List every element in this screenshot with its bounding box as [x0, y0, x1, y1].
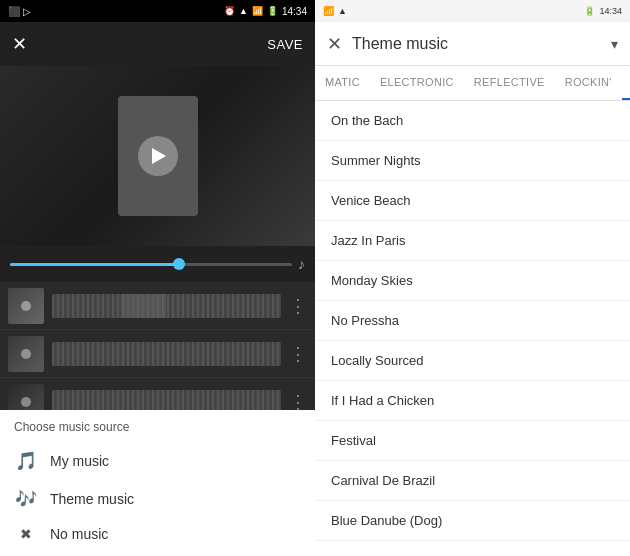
save-button[interactable]: SAVE — [267, 37, 303, 52]
waveform-highlight — [121, 294, 167, 318]
music-list-item-blue-danube-dog[interactable]: Blue Danube (Dog) — [315, 501, 630, 541]
music-list-item-if-i-had-a-chicken[interactable]: If I Had a Chicken — [315, 381, 630, 421]
dropdown-arrow-icon[interactable]: ▾ — [611, 36, 618, 52]
music-list-item-venice-beach[interactable]: Venice Beach — [315, 181, 630, 221]
cast-icon: ▷ — [23, 6, 31, 17]
waveform-bars — [52, 342, 281, 366]
play-button[interactable] — [138, 136, 178, 176]
right-status-left: 📶 ▲ — [323, 6, 347, 16]
track-thumbnail — [8, 288, 44, 324]
wifi-icon: ▲ — [239, 6, 248, 16]
theme-music-item[interactable]: 🎶 Theme music — [14, 480, 301, 518]
music-list-item-carnival-de-brazil[interactable]: Carnival De Brazil — [315, 461, 630, 501]
play-icon — [152, 148, 166, 164]
track-row: ⋮ — [0, 378, 315, 410]
right-panel: 📶 ▲ 🔋 14:34 ✕ Theme music ▾ MATIC ELECTR… — [315, 0, 630, 556]
alarm-icon: ⏰ — [224, 6, 235, 16]
no-music-label: No music — [50, 526, 108, 542]
track-more-button[interactable]: ⋮ — [289, 295, 307, 317]
signal-bars-icon: 📶 — [323, 6, 334, 16]
track-thumb-dot — [21, 301, 31, 311]
left-time: 14:34 — [282, 6, 307, 17]
music-list-item-on-the-bach[interactable]: On the Bach — [315, 101, 630, 141]
music-source-section: Choose music source 🎵 My music 🎶 Theme m… — [0, 410, 315, 556]
signal-icon: 📶 — [252, 6, 263, 16]
battery-status-icon: 🔋 — [584, 6, 595, 16]
progress-thumb — [173, 258, 185, 270]
tab-reflective[interactable]: REFLECTIVE — [464, 66, 555, 100]
right-toolbar: ✕ Theme music ▾ — [315, 22, 630, 66]
music-list-item-blue-danube-cat[interactable]: Blue Danube (Cat) — [315, 541, 630, 556]
battery-icon: 🔋 — [267, 6, 278, 16]
right-status-right: 🔋 14:34 — [584, 6, 622, 16]
right-status-bar: 📶 ▲ 🔋 14:34 — [315, 0, 630, 22]
choose-music-label: Choose music source — [14, 420, 301, 434]
track-row: ⋮ — [0, 282, 315, 330]
theme-music-label: Theme music — [50, 491, 134, 507]
right-close-button[interactable]: ✕ — [327, 33, 342, 55]
my-music-icon: 🎵 — [14, 450, 38, 472]
left-panel: ⬛ ▷ ⏰ ▲ 📶 🔋 14:34 ✕ SAVE ♪ — [0, 0, 315, 556]
tabs-bar: MATIC ELECTRONIC REFLECTIVE ROCKIN' UPBE… — [315, 66, 630, 101]
waveform-bars — [52, 294, 281, 318]
track-thumb-dot — [21, 397, 31, 407]
track-waveform — [52, 390, 281, 411]
left-status-icons: ⬛ ▷ — [8, 6, 31, 17]
no-music-item[interactable]: ✖ No music — [14, 518, 301, 550]
tab-upbeat[interactable]: UPBEAT — [622, 66, 630, 100]
left-status-right: ⏰ ▲ 📶 🔋 14:34 — [224, 6, 307, 17]
close-button[interactable]: ✕ — [12, 33, 27, 55]
my-music-item[interactable]: 🎵 My music — [14, 442, 301, 480]
track-waveform — [52, 342, 281, 366]
progress-fill — [10, 263, 179, 266]
left-status-bar: ⬛ ▷ ⏰ ▲ 📶 🔋 14:34 — [0, 0, 315, 22]
tab-electronic[interactable]: ELECTRONIC — [370, 66, 464, 100]
track-thumbnail — [8, 384, 44, 411]
tracks-area: ⋮ ⋮ ⋮ — [0, 282, 315, 410]
tab-rockin[interactable]: ROCKIN' — [555, 66, 622, 100]
music-list-item-summer-nights[interactable]: Summer Nights — [315, 141, 630, 181]
right-time: 14:34 — [599, 6, 622, 16]
music-list-item-jazz-in-paris[interactable]: Jazz In Paris — [315, 221, 630, 261]
google-photos-icon: ⬛ — [8, 6, 20, 17]
track-thumb-dot — [21, 349, 31, 359]
music-list-item-locally-sourced[interactable]: Locally Sourced — [315, 341, 630, 381]
wifi-status-icon: ▲ — [338, 6, 347, 16]
music-list-item-monday-skies[interactable]: Monday Skies — [315, 261, 630, 301]
video-preview — [0, 66, 315, 246]
progress-track[interactable] — [10, 263, 292, 266]
theme-music-icon: 🎶 — [14, 488, 38, 510]
tab-matic[interactable]: MATIC — [315, 66, 370, 100]
music-note-icon: ♪ — [298, 256, 305, 272]
music-list-item-festival[interactable]: Festival — [315, 421, 630, 461]
track-row: ⋮ — [0, 330, 315, 378]
track-more-button[interactable]: ⋮ — [289, 343, 307, 365]
music-list-item-no-pressha[interactable]: No Pressha — [315, 301, 630, 341]
right-panel-title: Theme music — [352, 35, 601, 53]
waveform-bars — [52, 390, 281, 411]
track-more-button[interactable]: ⋮ — [289, 391, 307, 411]
music-list[interactable]: On the BachSummer NightsVenice BeachJazz… — [315, 101, 630, 556]
progress-bar-area: ♪ — [0, 246, 315, 282]
track-waveform — [52, 294, 281, 318]
track-thumbnail — [8, 336, 44, 372]
left-toolbar: ✕ SAVE — [0, 22, 315, 66]
no-music-icon: ✖ — [14, 526, 38, 542]
my-music-label: My music — [50, 453, 109, 469]
